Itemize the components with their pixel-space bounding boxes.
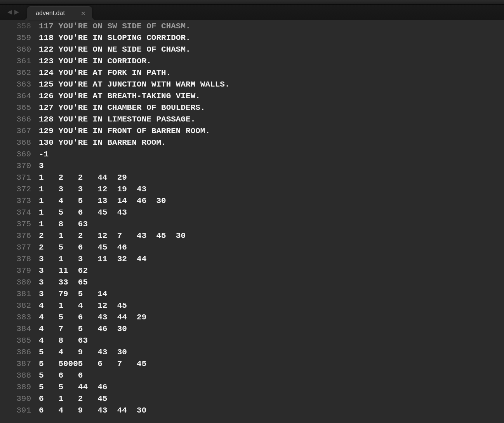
line-number: 367	[0, 125, 31, 137]
line-number: 384	[0, 323, 31, 335]
close-icon[interactable]: ✕	[81, 10, 86, 16]
code-line[interactable]: 1 3 3 12 19 43	[39, 184, 504, 195]
code-line[interactable]: 3	[39, 160, 504, 172]
code-line[interactable]: 5 5 44 46	[39, 381, 504, 393]
line-number: 377	[0, 242, 31, 253]
line-number: 362	[0, 67, 31, 79]
code-line[interactable]: 3 1 3 11 32 44	[39, 253, 504, 265]
line-number: 385	[0, 335, 31, 347]
line-number: 378	[0, 253, 31, 265]
code-line[interactable]: 3 11 62	[39, 265, 504, 277]
line-number: 374	[0, 207, 31, 218]
line-number: 370	[0, 160, 31, 172]
code-line[interactable]: -1	[39, 149, 504, 160]
code-line[interactable]: 5 50005 6 7 45	[39, 358, 504, 370]
line-number: 376	[0, 230, 31, 242]
line-number: 366	[0, 114, 31, 125]
code-line[interactable]: 3 33 65	[39, 277, 504, 288]
code-line[interactable]: 1 4 5 13 14 46 30	[39, 195, 504, 207]
line-number: 371	[0, 172, 31, 184]
line-number: 358	[0, 21, 31, 31]
line-number: 375	[0, 218, 31, 230]
file-tab[interactable]: advent.dat ✕	[27, 6, 92, 20]
tab-bar: ◀ ▶ advent.dat ✕	[0, 5, 504, 20]
code-line[interactable]: 4 5 6 43 44 29	[39, 312, 504, 323]
line-number: 360	[0, 44, 31, 55]
line-number: 382	[0, 300, 31, 312]
line-number: 369	[0, 149, 31, 160]
code-line[interactable]: 6 4 9 43 44 30	[39, 405, 504, 416]
editor-area[interactable]: 3583593603613623633643653663673683693703…	[0, 20, 504, 423]
code-line[interactable]: 122 YOU'RE ON NE SIDE OF CHASM.	[39, 44, 504, 55]
line-number: 363	[0, 79, 31, 90]
code-line[interactable]: 123 YOU'RE IN CORRIDOR.	[39, 55, 504, 67]
code-line[interactable]: 5 6 6	[39, 370, 504, 381]
code-line[interactable]: 4 7 5 46 30	[39, 323, 504, 335]
line-number-gutter: 3583593603613623633643653663673683693703…	[0, 22, 39, 423]
code-line[interactable]: 1 2 2 44 29	[39, 172, 504, 184]
window-titlebar	[0, 0, 504, 5]
code-line[interactable]: 127 YOU'RE IN CHAMBER OF BOULDERS.	[39, 102, 504, 114]
code-line[interactable]: 6 1 2 45	[39, 393, 504, 405]
code-line[interactable]: 118 YOU'RE IN SLOPING CORRIDOR.	[39, 32, 504, 44]
line-number: 373	[0, 195, 31, 207]
code-line[interactable]: 3 79 5 14	[39, 288, 504, 300]
line-number: 383	[0, 312, 31, 323]
code-line[interactable]: 129 YOU'RE IN FRONT OF BARREN ROOM.	[39, 125, 504, 137]
code-line[interactable]: 126 YOU'RE AT BREATH-TAKING VIEW.	[39, 90, 504, 102]
code-line[interactable]: 4 1 4 12 45	[39, 300, 504, 312]
line-number: 390	[0, 393, 31, 405]
line-number: 359	[0, 32, 31, 44]
line-number: 364	[0, 90, 31, 102]
line-number: 386	[0, 347, 31, 358]
line-number: 380	[0, 277, 31, 288]
code-line[interactable]: 5 4 9 43 30	[39, 347, 504, 358]
line-number: 372	[0, 184, 31, 195]
tab-nav-back-icon[interactable]: ◀	[7, 9, 12, 16]
line-number: 368	[0, 137, 31, 149]
code-content[interactable]: 117 YOU'RE ON SW SIDE OF CHASM.118 YOU'R…	[39, 22, 504, 423]
code-line[interactable]: 1 5 6 45 43	[39, 207, 504, 218]
line-number: 361	[0, 55, 31, 67]
code-line[interactable]: 1 8 63	[39, 218, 504, 230]
line-number: 389	[0, 381, 31, 393]
code-line[interactable]: 2 1 2 12 7 43 45 30	[39, 230, 504, 242]
line-number: 379	[0, 265, 31, 277]
code-line[interactable]: 124 YOU'RE AT FORK IN PATH.	[39, 67, 504, 79]
line-number: 388	[0, 370, 31, 381]
line-number: 391	[0, 405, 31, 416]
code-line[interactable]: 4 8 63	[39, 335, 504, 347]
code-line[interactable]: 128 YOU'RE IN LIMESTONE PASSAGE.	[39, 114, 504, 125]
code-line[interactable]: 117 YOU'RE ON SW SIDE OF CHASM.	[39, 21, 504, 31]
file-tab-title: advent.dat	[36, 10, 65, 17]
line-number: 381	[0, 288, 31, 300]
line-number: 365	[0, 102, 31, 114]
line-number: 387	[0, 358, 31, 370]
code-line[interactable]: 2 5 6 45 46	[39, 242, 504, 253]
code-line[interactable]: 125 YOU'RE AT JUNCTION WITH WARM WALLS.	[39, 79, 504, 90]
code-line[interactable]: 130 YOU'RE IN BARREN ROOM.	[39, 137, 504, 149]
tab-nav-forward-icon[interactable]: ▶	[14, 9, 19, 16]
